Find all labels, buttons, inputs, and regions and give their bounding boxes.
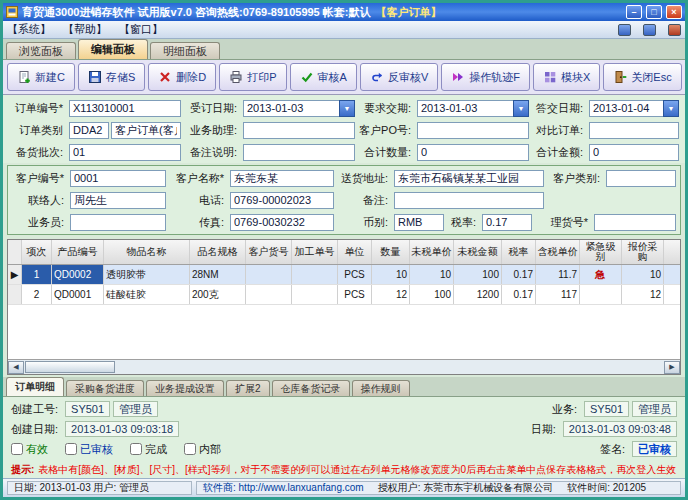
tab-commission-setting[interactable]: 业务提成设置 [146,380,224,396]
col-tax-rate[interactable]: 税率 [502,240,536,264]
cell-qty[interactable]: 10 [372,265,410,284]
remark-input[interactable] [243,144,355,161]
cell-tax-rate[interactable]: 0.17 [502,265,536,284]
col-item-name[interactable]: 物品名称 [104,240,190,264]
track-button[interactable]: 操作轨迹F [441,63,530,91]
col-price-inc-tax[interactable]: 含税单价 [536,240,580,264]
cell-price-ex-tax[interactable]: 100 [410,285,454,304]
col-seq[interactable]: 项次 [22,240,52,264]
tab-order-detail[interactable]: 订单明细 [6,377,64,396]
cell-tax-rate[interactable]: 0.17 [502,285,536,304]
cell-urgency[interactable] [580,285,622,304]
menu-system[interactable]: 【系统】 [7,22,51,37]
delete-button[interactable]: 删除D [148,63,216,91]
tax-input[interactable] [482,214,532,231]
cell-price-inc-tax[interactable]: 117 [536,285,580,304]
close-form-button[interactable]: 关闭Esc [603,63,681,91]
print-button[interactable]: 打印P [219,63,286,91]
close-button[interactable]: × [666,5,682,19]
module-button[interactable]: 模块X [533,63,600,91]
menu-window[interactable]: 【窗口】 [119,22,163,37]
internal-checkbox[interactable] [184,443,196,455]
cell-customer-item-no[interactable] [246,265,292,284]
order-type-code-input[interactable] [69,122,109,139]
phone-input[interactable] [230,192,334,209]
tab-detail-panel[interactable]: 明细面板 [150,42,220,59]
save-button[interactable]: 存储S [78,63,145,91]
cell-urgency[interactable]: 急 [580,265,622,284]
currency-input[interactable] [394,214,444,231]
address-input[interactable] [394,170,544,187]
maximize-button[interactable]: □ [646,5,662,19]
col-qty[interactable]: 数量 [372,240,410,264]
checkbox-audited[interactable]: 已审核 [65,442,113,457]
cell-product-no[interactable]: QD0001 [52,285,104,304]
cell-qty[interactable]: 12 [372,285,410,304]
total-qty-input[interactable] [417,144,529,161]
valid-checkbox[interactable] [11,443,23,455]
tally-no-input[interactable] [594,214,676,231]
checkbox-finished[interactable]: 完成 [130,442,167,457]
tab-purchase-progress[interactable]: 采购备货进度 [66,380,144,396]
minimize-button[interactable]: – [626,5,642,19]
col-amount-ex-tax[interactable]: 未税金额 [454,240,502,264]
col-customer-item-no[interactable]: 客户货号 [246,240,292,264]
cell-spec[interactable]: 28NM [190,265,246,284]
new-button[interactable]: 新建C [7,63,75,91]
table-row[interactable]: ▶ 1 QD0002 透明胶带 28NM PCS 10 10 100 0.17 … [8,265,680,285]
cell-product-no[interactable]: QD0002 [52,265,104,284]
col-quote-purchase[interactable]: 报价采购 [622,240,664,264]
customer-name-input[interactable] [230,170,334,187]
order-date-input[interactable] [243,100,339,117]
grid-horizontal-scrollbar[interactable]: ◀ ▶ [8,359,680,374]
table-row[interactable]: 2 QD0001 硅酸硅胶 200克 PCS 12 100 1200 0.17 … [8,285,680,305]
contact-input[interactable] [70,192,166,209]
cell-unit[interactable]: PCS [338,265,372,284]
require-date-dropdown[interactable]: ▼ [513,100,529,117]
cell-quote-purchase[interactable]: 10 [622,265,664,284]
cell-seq[interactable]: 2 [22,285,52,304]
tab-extend-2[interactable]: 扩展2 [226,380,270,396]
col-product-no[interactable]: 产品编号 [52,240,104,264]
batch-input[interactable] [69,144,181,161]
checkbox-valid[interactable]: 有效 [11,442,48,457]
audit-button[interactable]: 审核A [290,63,357,91]
reply-date-input[interactable] [589,100,663,117]
menubar-button-2[interactable] [643,24,656,36]
cell-unit[interactable]: PCS [338,285,372,304]
menubar-button-1[interactable] [618,24,631,36]
menu-help[interactable]: 【帮助】 [63,22,107,37]
cell-price-ex-tax[interactable]: 10 [410,265,454,284]
customer-po-input[interactable] [417,122,529,139]
order-no-input[interactable] [69,100,181,117]
cell-customer-item-no[interactable] [246,285,292,304]
require-date-input[interactable] [417,100,513,117]
cell-item-name[interactable]: 透明胶带 [104,265,190,284]
assistant-input[interactable] [243,122,355,139]
compare-order-input[interactable] [589,122,679,139]
finished-checkbox[interactable] [130,443,142,455]
cell-price-inc-tax[interactable]: 11.7 [536,265,580,284]
col-spec[interactable]: 品名规格 [190,240,246,264]
customer-no-input[interactable] [70,170,166,187]
audited-checkbox[interactable] [65,443,77,455]
cell-spec[interactable]: 200克 [190,285,246,304]
order-date-dropdown[interactable]: ▼ [339,100,355,117]
unaudit-button[interactable]: 反审核V [360,63,438,91]
note-input[interactable] [394,192,544,209]
col-price-ex-tax[interactable]: 未税单价 [410,240,454,264]
tab-browse-panel[interactable]: 浏览面板 [6,42,76,59]
cell-work-order-no[interactable] [292,265,338,284]
fax-input[interactable] [230,214,334,231]
scroll-right-button[interactable]: ▶ [664,361,680,374]
customer-type-input[interactable] [606,170,676,187]
order-type-name-input[interactable] [111,122,181,139]
tab-stock-record[interactable]: 仓库备货记录 [272,380,350,396]
reply-date-dropdown[interactable]: ▼ [663,100,679,117]
salesman-input[interactable] [70,214,166,231]
col-unit[interactable]: 单位 [338,240,372,264]
total-amt-input[interactable] [589,144,679,161]
cell-work-order-no[interactable] [292,285,338,304]
menubar-button-3[interactable] [668,24,681,36]
cell-seq[interactable]: 1 [22,265,52,284]
